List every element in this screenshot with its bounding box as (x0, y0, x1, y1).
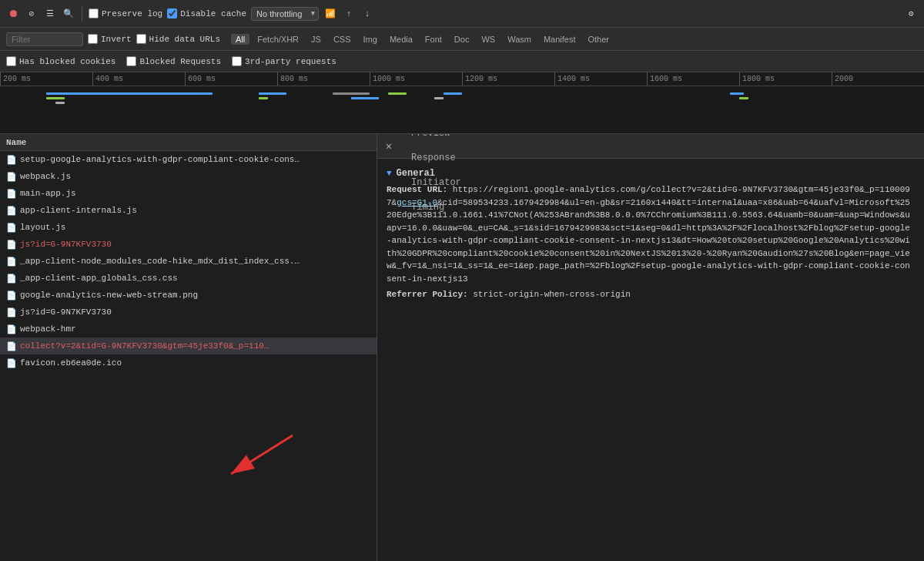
list-item[interactable]: 📄webpack.js (0, 168, 377, 185)
hide-data-urls-text: Hide data URLs (149, 35, 220, 44)
timeline-bar (730, 92, 744, 95)
file-type-icon: 📄 (6, 341, 17, 351)
third-party-checkbox[interactable] (232, 56, 242, 66)
filter-type-wasm[interactable]: Wasm (503, 34, 536, 45)
filter-icon[interactable]: ☰ (43, 7, 57, 21)
search-icon[interactable]: 🔍 (62, 7, 75, 21)
timeline-tick: 1400 ms (554, 72, 647, 86)
file-type-icon: 📄 (6, 206, 17, 216)
list-item[interactable]: 📄layout.js (0, 219, 377, 236)
list-item[interactable]: 📄setup-google-analytics-with-gdpr-compli… (0, 151, 377, 168)
filter-type-ws[interactable]: WS (477, 34, 500, 45)
list-item[interactable]: 📄_app-client-node_modules_code-hike_mdx_… (0, 253, 377, 270)
file-name: app-client-internals.js (20, 206, 137, 215)
filter-type-other[interactable]: Other (584, 34, 614, 45)
request-url-label: Request URL: (387, 185, 447, 194)
file-name: collect?v=2&tid=G-9N7KFV3730&gtm=45je33f… (20, 341, 269, 351)
third-party-label[interactable]: 3rd-party requests (232, 56, 336, 66)
disable-cache-checkbox[interactable] (167, 8, 177, 18)
timeline-ruler: 200 ms400 ms600 ms800 ms1000 ms1200 ms14… (0, 72, 924, 86)
timeline-bar (46, 92, 213, 95)
list-item[interactable]: 📄webpack-hmr (0, 321, 377, 338)
file-name: webpack-hmr (20, 324, 76, 334)
left-panel: Name 📄setup-google-analytics-with-gdpr-c… (0, 134, 377, 561)
filter-type-img[interactable]: Img (359, 34, 382, 45)
blocked-requests-label[interactable]: Blocked Requests (126, 56, 221, 66)
file-type-icon: 📄 (6, 172, 17, 182)
filter-type-manifest[interactable]: Manifest (539, 34, 581, 45)
list-item[interactable]: 📄_app-client-app_globals_css.css (0, 270, 377, 287)
blocked-requests-checkbox[interactable] (126, 56, 136, 66)
filter-type-media[interactable]: Media (385, 34, 417, 45)
has-blocked-cookies-text: Has blocked cookies (19, 57, 116, 66)
timeline-bar (259, 92, 286, 95)
file-type-icon: 📄 (6, 291, 17, 301)
file-name: webpack.js (20, 172, 71, 181)
record-button[interactable]: ⏺ (6, 7, 20, 21)
tab-preview[interactable]: Preview (400, 134, 472, 146)
list-item[interactable]: 📄js?id=G-9N7KFV3730 (0, 304, 377, 321)
file-type-icon: 📄 (6, 223, 17, 233)
list-item[interactable]: 📄main-app.js (0, 185, 377, 202)
upload-icon[interactable]: ↑ (342, 7, 356, 21)
list-item[interactable]: 📄favicon.eb6ea0de.ico (0, 354, 377, 371)
hide-data-urls-checkbox[interactable] (136, 34, 146, 44)
file-name: setup-google-analytics-with-gdpr-complia… (20, 155, 300, 164)
filter-input[interactable] (6, 32, 83, 46)
blocked-requests-text: Blocked Requests (139, 57, 221, 66)
has-blocked-cookies-label[interactable]: Has blocked cookies (6, 56, 116, 66)
file-name: favicon.eb6ea0de.ico (20, 358, 122, 368)
list-item[interactable]: 📄collect?v=2&tid=G-9N7KFV3730&gtm=45je33… (0, 338, 377, 354)
file-type-icon: 📄 (6, 307, 17, 317)
timeline-tick: 400 ms (92, 72, 185, 86)
file-name: google-analytics-new-web-stream.png (20, 291, 198, 300)
timeline-tick: 200 ms (0, 72, 92, 86)
request-url-row: Request URL: https://region1.google-anal… (387, 183, 915, 285)
disable-cache-label[interactable]: Disable cache (167, 8, 246, 18)
throttle-select[interactable]: No throttling (251, 7, 319, 21)
list-item[interactable]: 📄js?id=G-9N7KFV3730 (0, 236, 377, 253)
general-section-title: General (397, 168, 435, 179)
file-name: _app-client-node_modules_code-hike_mdx_d… (20, 257, 300, 266)
filter-type-css[interactable]: CSS (329, 34, 356, 45)
referrer-policy-value-text: strict-origin-when-cross-origin (473, 290, 631, 299)
close-button[interactable]: ✕ (380, 138, 397, 155)
tabs-bar: ✕ HeadersPayloadPreviewResponseInitiator… (377, 134, 924, 159)
name-column-header: Name (6, 138, 26, 147)
timeline-bar (434, 97, 444, 99)
list-item[interactable]: 📄google-analytics-new-web-stream.png (0, 287, 377, 304)
third-party-text: 3rd-party requests (245, 57, 336, 66)
file-list: 📄setup-google-analytics-with-gdpr-compli… (0, 151, 377, 371)
filter-type-doc[interactable]: Doc (450, 34, 474, 45)
file-type-icon: 📄 (6, 257, 17, 267)
file-type-icon: 📄 (6, 189, 17, 199)
request-url-value: https://region1.google-analytics.com/g/c… (387, 185, 910, 284)
has-blocked-cookies-checkbox[interactable] (6, 56, 16, 66)
list-item[interactable]: 📄app-client-internals.js (0, 202, 377, 219)
invert-checkbox[interactable] (88, 34, 98, 44)
file-name: main-app.js (20, 189, 76, 198)
general-section-header: ▼ General (387, 168, 915, 179)
referrer-policy-row: Referrer Policy: strict-origin-when-cros… (387, 288, 915, 301)
hide-data-urls-label[interactable]: Hide data URLs (136, 34, 220, 44)
disable-cache-text: Disable cache (180, 9, 246, 18)
settings-icon[interactable]: ⚙ (904, 7, 918, 21)
timeline-tick: 800 ms (277, 72, 370, 86)
section-arrow-icon: ▼ (387, 169, 392, 178)
clear-button[interactable]: ⊘ (25, 7, 38, 21)
filter-type-fetch-xhr[interactable]: Fetch/XHR (253, 34, 303, 45)
timeline-bar (739, 97, 748, 99)
throttle-wrapper: No throttling ▼ (251, 7, 319, 21)
download-icon[interactable]: ↓ (360, 7, 374, 21)
filter-type-all[interactable]: All (231, 34, 249, 45)
wifi-icon[interactable]: 📶 (323, 7, 337, 21)
filter-type-js[interactable]: JS (306, 34, 326, 45)
timeline-tick: 1000 ms (370, 72, 462, 86)
invert-label[interactable]: Invert (88, 34, 132, 44)
filter-type-font[interactable]: Font (420, 34, 447, 45)
preserve-log-label[interactable]: Preserve log (89, 8, 162, 18)
preserve-log-checkbox[interactable] (89, 8, 99, 18)
timeline-bars (0, 86, 924, 134)
timeline-bar (333, 92, 370, 95)
referrer-policy-label: Referrer Policy: (387, 290, 468, 299)
